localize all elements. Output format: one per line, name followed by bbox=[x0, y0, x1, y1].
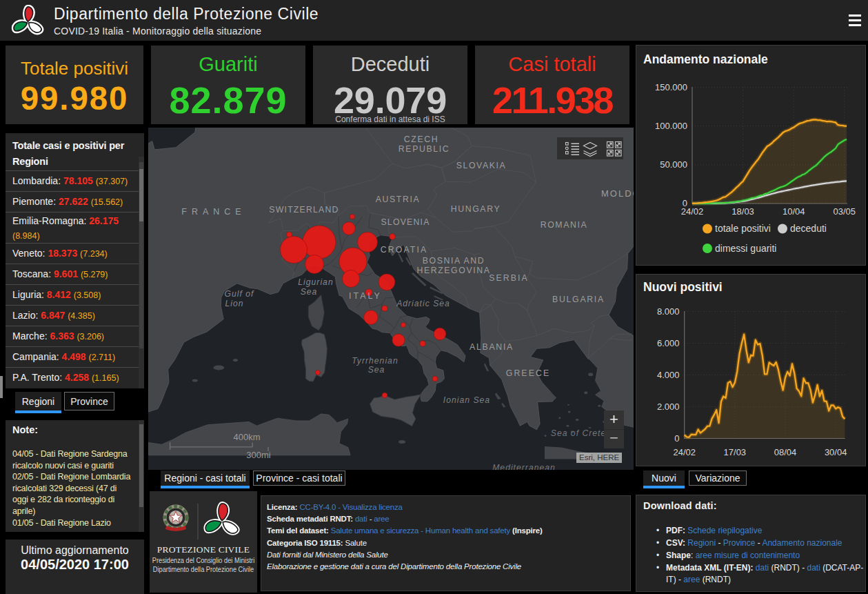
svg-text:REPUBLIC: REPUBLIC bbox=[398, 144, 450, 154]
svg-text:CROATIA: CROATIA bbox=[381, 245, 427, 255]
svg-text:18/03: 18/03 bbox=[731, 206, 754, 217]
svg-text:SWITZERLAND: SWITZERLAND bbox=[269, 205, 339, 215]
svg-text:GREECE: GREECE bbox=[506, 368, 551, 378]
svg-text:Tyrrhenian: Tyrrhenian bbox=[352, 356, 398, 366]
svg-text:Ligurian: Ligurian bbox=[298, 277, 333, 287]
svg-text:24/02: 24/02 bbox=[681, 206, 704, 217]
svg-text:HUNGARY: HUNGARY bbox=[451, 204, 501, 214]
svg-text:08/04: 08/04 bbox=[774, 447, 797, 457]
svg-text:100.000: 100.000 bbox=[655, 121, 687, 131]
svg-text:CZECH: CZECH bbox=[404, 135, 438, 144]
svg-text:ROMANIA: ROMANIA bbox=[541, 220, 588, 230]
svg-text:AUSTRIA: AUSTRIA bbox=[376, 195, 421, 204]
svg-text:150.000: 150.000 bbox=[655, 82, 687, 92]
svg-text:17/03: 17/03 bbox=[724, 447, 747, 457]
svg-text:Ionian Sea: Ionian Sea bbox=[443, 395, 490, 405]
svg-text:8.000: 8.000 bbox=[657, 306, 680, 317]
svg-text:Adriatic Sea: Adriatic Sea bbox=[396, 299, 450, 308]
svg-text:Sea of Crete: Sea of Crete bbox=[551, 428, 606, 438]
svg-text:Lion: Lion bbox=[225, 299, 243, 308]
svg-text:Mediterranean: Mediterranean bbox=[492, 463, 556, 470]
svg-text:MOLDOVA: MOLDOVA bbox=[601, 188, 634, 199]
svg-text:30/04: 30/04 bbox=[825, 447, 847, 457]
svg-text:deceduti: deceduti bbox=[790, 223, 827, 234]
svg-text:SLOVENIA: SLOVENIA bbox=[381, 217, 430, 227]
svg-text:totale positivi: totale positivi bbox=[715, 223, 771, 234]
svg-text:FRANCE: FRANCE bbox=[181, 207, 245, 217]
svg-text:0: 0 bbox=[674, 433, 679, 444]
svg-text:ALBANIA: ALBANIA bbox=[470, 342, 514, 352]
svg-text:HERZEGOVINA: HERZEGOVINA bbox=[416, 266, 490, 275]
svg-text:ITALY: ITALY bbox=[349, 291, 382, 301]
svg-text:50.000: 50.000 bbox=[660, 159, 687, 170]
svg-text:BULGARIA: BULGARIA bbox=[552, 295, 605, 304]
svg-text:Sea: Sea bbox=[368, 365, 385, 375]
svg-text:BOSNIA AND: BOSNIA AND bbox=[423, 256, 485, 266]
svg-text:6.000: 6.000 bbox=[657, 338, 680, 348]
svg-text:10/04: 10/04 bbox=[783, 206, 805, 217]
svg-text:dimessi guariti: dimessi guariti bbox=[715, 243, 776, 254]
svg-text:400km: 400km bbox=[233, 432, 260, 442]
svg-text:24/02: 24/02 bbox=[673, 447, 696, 457]
svg-text:03/05: 03/05 bbox=[834, 206, 856, 217]
svg-text:300mi: 300mi bbox=[246, 450, 271, 460]
svg-text:Sea: Sea bbox=[301, 287, 318, 297]
svg-text:4.000: 4.000 bbox=[657, 370, 680, 380]
svg-text:SERBIA: SERBIA bbox=[489, 273, 529, 283]
svg-text:SLOVAKIA: SLOVAKIA bbox=[456, 161, 507, 170]
svg-text:Gulf of: Gulf of bbox=[225, 289, 255, 299]
svg-text:2.000: 2.000 bbox=[657, 402, 680, 412]
